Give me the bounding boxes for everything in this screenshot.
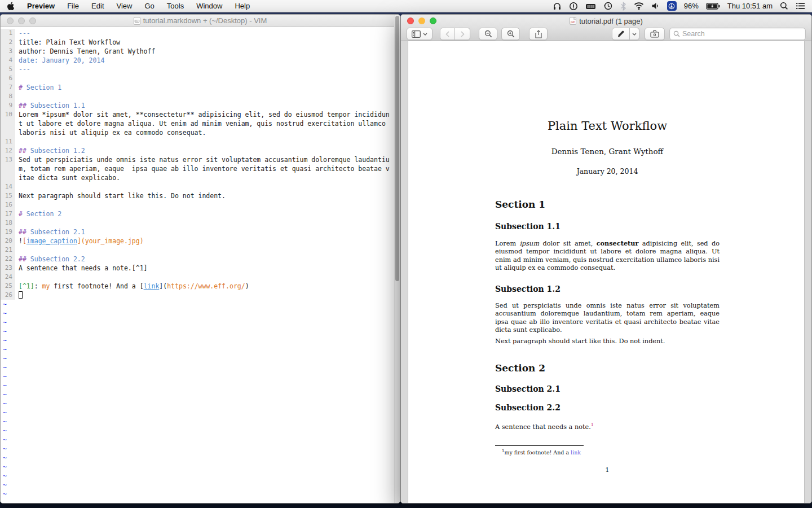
pdf-subsection-2-1: Subsection 2.1 bbox=[495, 384, 720, 393]
battery-charging-icon[interactable] bbox=[706, 3, 720, 10]
vim-row: 1--- bbox=[1, 29, 400, 38]
pdf-file-icon: pdf bbox=[570, 17, 576, 25]
notification-center-icon[interactable] bbox=[796, 2, 805, 10]
sidebar-view-button[interactable] bbox=[407, 28, 433, 40]
vim-window: tutorial.markdown + (~/Desktop) - VIM 1-… bbox=[0, 14, 400, 503]
volume-icon[interactable] bbox=[651, 2, 660, 10]
markup-pen-dropdown[interactable] bbox=[630, 28, 639, 40]
search-field[interactable] bbox=[669, 28, 806, 40]
vim-line-number: 1 bbox=[1, 29, 15, 38]
apple-logo-icon bbox=[7, 2, 15, 11]
vim-row: 24 bbox=[1, 273, 400, 282]
vim-line-number: 16 bbox=[1, 200, 15, 209]
markup-toolbox-icon bbox=[650, 30, 659, 38]
markdown-file-icon bbox=[134, 17, 140, 25]
menu-item-preview[interactable]: Preview bbox=[27, 2, 55, 10]
vim-tilde-row: ~ bbox=[1, 372, 400, 381]
footnote-link[interactable]: link bbox=[571, 449, 581, 456]
forward-chevron-icon bbox=[461, 31, 465, 37]
bluetooth-icon[interactable] bbox=[620, 2, 626, 11]
vim-text-area[interactable]: 1---2title: Plain Text Workflow3author: … bbox=[1, 27, 400, 503]
share-icon bbox=[535, 30, 542, 38]
minimize-button[interactable] bbox=[418, 17, 425, 24]
footnote-marker[interactable]: 1 bbox=[591, 422, 594, 427]
menu-item-go[interactable]: Go bbox=[144, 2, 154, 10]
vim-row: t ut labore et dolore magna aliqua. Ut e… bbox=[1, 119, 400, 128]
vim-line-number bbox=[1, 128, 15, 137]
menu-bar-clock[interactable]: Thu 10:51 am bbox=[727, 2, 773, 10]
menu-item-help[interactable]: Help bbox=[235, 2, 250, 10]
vim-tilde-row: ~ bbox=[1, 462, 400, 471]
zoom-out-icon bbox=[484, 30, 492, 38]
vim-row: 7# Section 1 bbox=[1, 83, 400, 92]
pdf-subsection-1-2: Subsection 1.2 bbox=[495, 284, 720, 294]
vim-row: 9## Subsection 1.1 bbox=[1, 101, 400, 110]
vim-title-bar[interactable]: tutorial.markdown + (~/Desktop) - VIM bbox=[1, 15, 400, 27]
preview-title-bar[interactable]: pdf tutorial.pdf (1 page) bbox=[401, 15, 811, 27]
pdf-paragraph-3: Next paragraph should start like this. D… bbox=[495, 338, 720, 345]
close-button[interactable] bbox=[407, 17, 414, 24]
vim-row: 11 bbox=[1, 137, 400, 146]
menu-item-file[interactable]: File bbox=[67, 2, 79, 10]
back-button[interactable] bbox=[440, 28, 455, 40]
alert-circle-icon[interactable] bbox=[569, 2, 578, 11]
vim-line-number: 15 bbox=[1, 191, 15, 200]
vim-tilde-row: ~ bbox=[1, 471, 400, 480]
menu-item-tools[interactable]: Tools bbox=[167, 2, 184, 10]
search-input[interactable] bbox=[682, 30, 802, 38]
vim-row: 13Sed ut perspiciatis unde omnis iste na… bbox=[1, 155, 400, 164]
vim-line-number: 26 bbox=[1, 291, 15, 300]
vim-tilde-row: ~ bbox=[1, 408, 400, 417]
vim-row: 15Next paragraph should start like this.… bbox=[1, 191, 400, 200]
vim-tilde-row: ~ bbox=[1, 363, 400, 372]
vim-line-number: 4 bbox=[1, 56, 15, 65]
zoom-out-button[interactable] bbox=[479, 28, 497, 40]
zoom-button[interactable] bbox=[430, 17, 436, 24]
vim-row: 18 bbox=[1, 218, 400, 227]
minimize-button[interactable] bbox=[18, 17, 25, 24]
sidebar-view-icon bbox=[412, 30, 421, 38]
forward-button[interactable] bbox=[455, 28, 470, 40]
time-machine-icon[interactable] bbox=[603, 1, 613, 11]
preview-window-title: tutorial.pdf (1 page) bbox=[579, 17, 643, 25]
vim-tilde-row: ~ bbox=[1, 489, 400, 498]
vim-scrollbar-thumb[interactable] bbox=[395, 16, 399, 281]
vim-line-number: 21 bbox=[1, 246, 15, 255]
markup-pen-button[interactable] bbox=[612, 28, 630, 40]
markup-pen-icon bbox=[617, 30, 625, 38]
peace-badge-icon[interactable] bbox=[667, 1, 677, 11]
vim-tilde-row: ~ bbox=[1, 327, 400, 336]
share-button[interactable] bbox=[529, 28, 548, 40]
pdf-paragraph-1: Lorem ipsum dolor sit amet, consectetur … bbox=[495, 239, 720, 272]
vim-line-number: 20 bbox=[1, 237, 15, 246]
vim-row: 17# Section 2 bbox=[1, 209, 400, 218]
svg-text:pdf: pdf bbox=[571, 20, 575, 24]
spotlight-search-icon[interactable] bbox=[780, 2, 788, 10]
wifi-icon[interactable] bbox=[634, 2, 644, 10]
pdf-title: Plain Text Workflow bbox=[495, 119, 720, 133]
pdf-date: January 20, 2014 bbox=[495, 167, 720, 176]
vim-line-number: 23 bbox=[1, 264, 15, 273]
menu-item-window[interactable]: Window bbox=[196, 2, 222, 10]
markup-toolbox-button[interactable] bbox=[645, 28, 665, 40]
vim-line-number: 12 bbox=[1, 146, 15, 155]
close-button[interactable] bbox=[7, 17, 14, 24]
menu-item-view[interactable]: View bbox=[117, 2, 133, 10]
chevron-down-icon bbox=[423, 33, 427, 36]
preview-window: pdf tutorial.pdf (1 page) bbox=[400, 14, 812, 503]
menu-item-edit[interactable]: Edit bbox=[91, 2, 104, 10]
vim-line-number bbox=[1, 164, 15, 173]
zoom-in-button[interactable] bbox=[501, 28, 520, 40]
keyboard-icon[interactable] bbox=[585, 2, 596, 11]
vim-line-number: 5 bbox=[1, 65, 15, 74]
vim-tilde-row: ~ bbox=[1, 435, 400, 444]
vim-line-number: 25 bbox=[1, 282, 15, 291]
preview-content-area: Plain Text Workflow Dennis Tenen, Grant … bbox=[401, 41, 811, 503]
zoom-button[interactable] bbox=[29, 17, 36, 24]
apple-menu[interactable] bbox=[7, 1, 15, 11]
pdf-page-number: 1 bbox=[495, 466, 720, 474]
headphones-icon[interactable] bbox=[553, 2, 562, 11]
vim-row: 19## Subsection 2.1 bbox=[1, 227, 400, 237]
pdf-page[interactable]: Plain Text Workflow Dennis Tenen, Grant … bbox=[408, 41, 805, 503]
vim-scrollbar[interactable] bbox=[394, 15, 400, 503]
